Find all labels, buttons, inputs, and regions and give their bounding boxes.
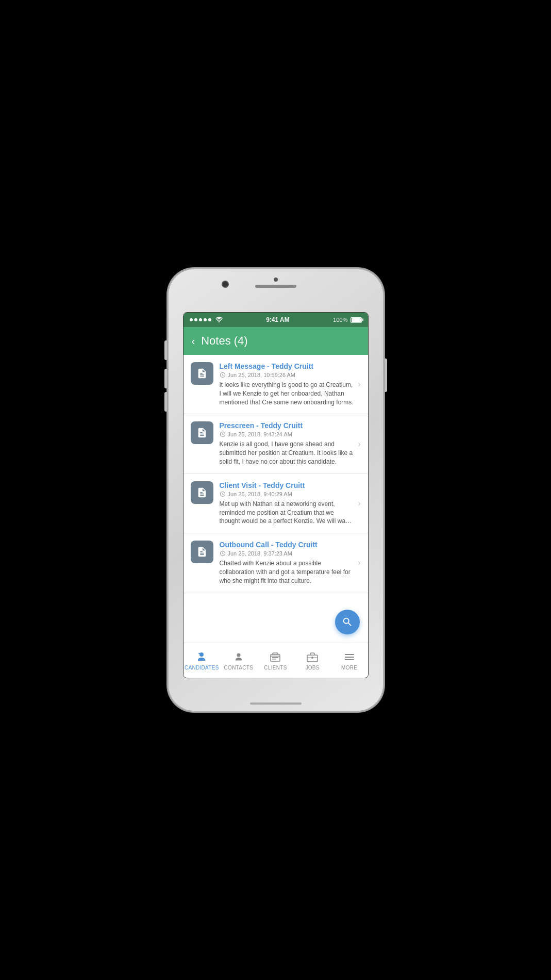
front-camera xyxy=(222,281,229,288)
status-bar: 9:41 AM 100% xyxy=(183,313,368,327)
back-button[interactable]: ‹ xyxy=(192,335,195,347)
chevron-icon-3: › xyxy=(358,499,360,508)
phone-frame: 9:41 AM 100% ‹ Notes (4) Left Message - … xyxy=(168,268,384,712)
home-indicator[interactable] xyxy=(250,703,302,705)
note-content-2: Prescreen - Teddy Cruitt Jun 25, 2018, 9… xyxy=(220,421,355,466)
phone-screen: 9:41 AM 100% ‹ Notes (4) Left Message - … xyxy=(183,312,369,678)
status-right: 100% xyxy=(333,317,361,323)
battery-icon xyxy=(350,317,362,323)
note-preview-2: Kenzie is all good, I have gone ahead an… xyxy=(220,440,355,466)
svg-rect-9 xyxy=(345,657,354,658)
signal-dot-1 xyxy=(190,318,193,321)
nav-more[interactable]: MORE xyxy=(331,643,368,678)
note-item-2[interactable]: Prescreen - Teddy Cruitt Jun 25, 2018, 9… xyxy=(183,414,368,473)
note-time-1: Jun 25, 2018, 10:59:26 AM xyxy=(220,372,355,378)
camera-dot xyxy=(274,277,278,282)
speaker-bar xyxy=(255,285,296,288)
note-timestamp-2: Jun 25, 2018, 9:43:24 AM xyxy=(228,431,292,437)
note-preview-4: Chatted with Kenzie about a possible col… xyxy=(220,559,355,585)
clients-icon xyxy=(269,651,281,663)
app-header: ‹ Notes (4) xyxy=(183,327,368,355)
note-icon-2 xyxy=(191,421,213,444)
note-timestamp-1: Jun 25, 2018, 10:59:26 AM xyxy=(228,372,296,378)
search-fab[interactable] xyxy=(335,610,360,634)
battery-percentage: 100% xyxy=(333,317,347,323)
nav-contacts[interactable]: CONTACTS xyxy=(220,643,257,678)
nav-jobs-label: JOBS xyxy=(305,665,319,671)
note-content-1: Left Message - Teddy Cruitt Jun 25, 2018… xyxy=(220,362,355,406)
search-fab-icon xyxy=(342,616,353,628)
svg-point-0 xyxy=(199,652,204,657)
header-title: Notes (4) xyxy=(201,334,247,348)
note-item-4[interactable]: Outbound Call - Teddy Cruitt Jun 25, 201… xyxy=(183,533,368,593)
note-icon-4 xyxy=(191,541,213,563)
note-title-1: Left Message - Teddy Cruitt xyxy=(220,362,355,370)
battery-fill xyxy=(352,318,361,322)
note-content-3: Client Visit - Teddy Cruitt Jun 25, 2018… xyxy=(220,481,355,526)
chevron-icon-4: › xyxy=(358,558,360,567)
notes-list: Left Message - Teddy Cruitt Jun 25, 2018… xyxy=(183,355,368,643)
note-time-4: Jun 25, 2018, 9:37:23 AM xyxy=(220,550,355,557)
nav-contacts-label: CONTACTS xyxy=(224,665,254,671)
note-title-4: Outbound Call - Teddy Cruitt xyxy=(220,541,355,549)
nav-clients-label: CLIENTS xyxy=(264,665,287,671)
nav-clients[interactable]: CLIENTS xyxy=(257,643,294,678)
note-title-3: Client Visit - Teddy Cruitt xyxy=(220,481,355,489)
svg-rect-10 xyxy=(345,659,354,660)
svg-rect-5 xyxy=(272,659,276,660)
nav-more-label: MORE xyxy=(341,665,357,671)
chevron-icon-2: › xyxy=(358,439,360,449)
note-time-2: Jun 25, 2018, 9:43:24 AM xyxy=(220,431,355,437)
note-content-4: Outbound Call - Teddy Cruitt Jun 25, 201… xyxy=(220,541,355,585)
document-icon-3 xyxy=(196,487,208,498)
jobs-icon xyxy=(306,651,319,663)
contacts-icon xyxy=(232,651,245,663)
nav-candidates[interactable]: CANDIDATES xyxy=(183,643,221,678)
bottom-nav: CANDIDATES CONTACTS CLIENTS JOBS xyxy=(183,643,368,678)
note-item-1[interactable]: Left Message - Teddy Cruitt Jun 25, 2018… xyxy=(183,355,368,414)
wifi-icon xyxy=(215,317,223,323)
signal-dots xyxy=(190,318,211,321)
note-icon-3 xyxy=(191,481,213,504)
note-icon-1 xyxy=(191,362,213,385)
svg-point-2 xyxy=(237,653,240,657)
document-icon-2 xyxy=(196,427,208,438)
note-timestamp-4: Jun 25, 2018, 9:37:23 AM xyxy=(228,550,292,557)
note-title-2: Prescreen - Teddy Cruitt xyxy=(220,421,355,430)
clock-icon-3 xyxy=(220,491,226,497)
more-icon xyxy=(343,651,356,663)
status-time: 9:41 AM xyxy=(266,316,290,323)
nav-candidates-label: CANDIDATES xyxy=(185,665,219,671)
note-preview-1: It looks like everything is good to go a… xyxy=(220,381,355,406)
clock-icon-1 xyxy=(220,372,226,378)
svg-point-7 xyxy=(311,657,313,659)
signal-dot-5 xyxy=(208,318,211,321)
note-timestamp-3: Jun 25, 2018, 9:40:29 AM xyxy=(228,491,292,497)
document-icon-1 xyxy=(196,368,208,379)
signal-dot-3 xyxy=(199,318,202,321)
svg-rect-1 xyxy=(198,653,200,654)
note-item-3[interactable]: Client Visit - Teddy Cruitt Jun 25, 2018… xyxy=(183,474,368,533)
chevron-icon-1: › xyxy=(358,380,360,389)
note-preview-3: Met up with Nathan at a networking event… xyxy=(220,500,355,526)
candidates-icon xyxy=(195,651,208,663)
signal-dot-2 xyxy=(194,318,197,321)
status-left xyxy=(190,317,223,323)
signal-dot-4 xyxy=(204,318,207,321)
document-icon-4 xyxy=(196,546,208,558)
clock-icon-4 xyxy=(220,550,226,557)
note-time-3: Jun 25, 2018, 9:40:29 AM xyxy=(220,491,355,497)
clock-icon-2 xyxy=(220,431,226,437)
phone-top xyxy=(168,277,384,288)
svg-rect-4 xyxy=(272,657,278,658)
svg-rect-8 xyxy=(345,654,354,655)
nav-jobs[interactable]: JOBS xyxy=(294,643,331,678)
